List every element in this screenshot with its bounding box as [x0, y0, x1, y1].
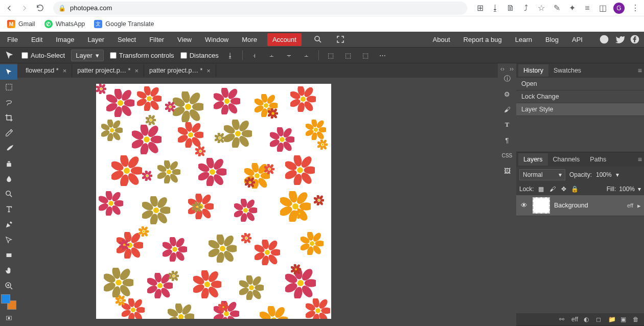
reload-button[interactable] [35, 3, 45, 13]
tab-patter-1[interactable]: patter project.p… *× [72, 64, 144, 77]
distribute-spacing-icon[interactable]: ⬚ [360, 50, 371, 61]
layer-row[interactable]: 👁 Background eff ▸ [516, 195, 644, 216]
menu-image[interactable]: Image [53, 34, 77, 45]
menu-filter[interactable]: Filter [146, 34, 167, 45]
canvas[interactable] [96, 84, 331, 319]
search-icon[interactable] [312, 33, 324, 45]
panel-menu-icon[interactable]: ≡ [638, 66, 642, 75]
more-align-icon[interactable]: ⋯ [377, 50, 388, 61]
pen-tool[interactable] [0, 217, 17, 232]
opacity-dropdown-icon[interactable]: ▾ [616, 171, 619, 178]
lock-transparency-icon[interactable]: ▦ [537, 185, 545, 193]
fullscreen-icon[interactable] [334, 33, 347, 45]
menu-layer[interactable]: Layer [85, 34, 108, 45]
reddit-icon[interactable] [599, 34, 609, 44]
sidepanel-icon[interactable]: ◫ [598, 4, 607, 13]
lock-position-icon[interactable]: ✥ [560, 185, 568, 193]
address-bar[interactable]: 🔒 photopea.com [53, 2, 467, 15]
delete-layer-icon[interactable]: 🗑 [633, 316, 640, 323]
tab-swatches[interactable]: Swatches [548, 64, 586, 77]
align-top-icon[interactable]: ⫠ [301, 50, 312, 61]
tab-history[interactable]: History [518, 64, 548, 77]
foreground-color[interactable] [1, 294, 10, 304]
tab-flower[interactable]: flower.psd *× [20, 64, 72, 77]
close-icon[interactable]: × [63, 67, 67, 75]
share-icon[interactable]: ⤴ [521, 4, 531, 13]
menu-window[interactable]: Window [202, 34, 232, 45]
lock-pixels-icon[interactable]: 🖌 [548, 185, 557, 193]
distribute-h-icon[interactable]: ⬚ [325, 50, 336, 61]
tab-layers[interactable]: Layers [518, 153, 548, 166]
menu-view[interactable]: View [174, 34, 195, 45]
forward-button[interactable] [19, 3, 30, 13]
path-select-tool[interactable] [0, 232, 17, 248]
paragraph-tab-icon[interactable]: ¶ [499, 133, 515, 147]
layer-group-dropdown[interactable]: Layer▾ [71, 50, 104, 61]
history-item-layerstyle[interactable]: Layer Style [516, 103, 644, 116]
marquee-tool[interactable] [0, 80, 17, 95]
menu-select[interactable]: Select [114, 34, 139, 45]
quickmask-tool[interactable] [0, 311, 17, 326]
tab-paths[interactable]: Paths [585, 153, 611, 166]
bookmark-gmail[interactable]: MGmail [7, 20, 35, 28]
download-icon[interactable]: ⭳ [491, 4, 500, 13]
link-api[interactable]: API [569, 34, 586, 45]
bookmark-whatsapp[interactable]: ✆WhatsApp [44, 20, 85, 28]
twitter-icon[interactable] [614, 34, 625, 44]
panel-menu-icon[interactable]: ≡ [638, 155, 642, 164]
blur-tool[interactable] [0, 171, 17, 187]
close-icon[interactable]: × [206, 67, 211, 75]
link-learn[interactable]: Learn [512, 34, 535, 45]
color-swatches[interactable] [1, 294, 16, 310]
align-center-h-icon[interactable]: ⫠ [266, 50, 278, 61]
layer-effects-badge[interactable]: eff [627, 202, 633, 208]
lasso-tool[interactable] [0, 95, 17, 110]
align-left-icon[interactable]: ⫞ [249, 50, 260, 61]
clone-tool[interactable] [0, 156, 17, 171]
distances-checkbox[interactable]: Distances [180, 52, 219, 59]
profile-avatar[interactable]: G [613, 3, 625, 14]
opacity-value[interactable]: 100% [596, 171, 612, 178]
layer-thumbnail[interactable] [533, 197, 550, 214]
new-folder-icon[interactable]: 📁 [608, 316, 615, 323]
crop-tool[interactable] [0, 110, 17, 126]
fill-value[interactable]: 100% [619, 185, 635, 193]
commit-icon[interactable]: ⭳ [225, 50, 236, 61]
tab-channels[interactable]: Channels [548, 153, 585, 166]
layer-effects-icon[interactable]: eff [571, 316, 579, 323]
adjust-tab-icon[interactable]: ⚙ [499, 87, 515, 101]
tab-patter-2[interactable]: patter project.p… *× [144, 64, 216, 77]
history-item-lockchange[interactable]: Lock Change [516, 90, 644, 103]
auto-select-checkbox[interactable]: Auto-Select [21, 52, 65, 59]
new-layer-icon[interactable]: ▣ [620, 316, 628, 323]
lock-all-icon[interactable]: 🔒 [571, 185, 579, 193]
menu-file[interactable]: File [4, 34, 21, 45]
link-report[interactable]: Report a bug [461, 34, 505, 45]
newtab-icon[interactable]: 🗎 [506, 4, 515, 13]
menu-account[interactable]: Account [267, 33, 302, 46]
bookmark-translate[interactable]: 文Google Translate [94, 20, 154, 28]
link-about[interactable]: About [430, 34, 453, 45]
zoom-tool[interactable] [0, 278, 17, 293]
adjustment-layer-icon[interactable]: ◐ [584, 316, 591, 323]
menu-edit[interactable]: Edit [28, 34, 45, 45]
expand-effects-icon[interactable]: ▸ [637, 202, 641, 209]
history-item-open[interactable]: Open [516, 78, 644, 90]
layer-name[interactable]: Background [554, 202, 623, 209]
brush-tool[interactable] [0, 141, 17, 156]
install-icon[interactable]: ⊞ [475, 4, 485, 13]
extensions-icon[interactable]: ✦ [567, 4, 577, 13]
link-blog[interactable]: Blog [542, 34, 562, 45]
dodge-tool[interactable] [0, 187, 17, 202]
kebab-menu-icon[interactable]: ⋮ [631, 4, 640, 13]
menu-more[interactable]: More [239, 34, 260, 45]
link-layers-icon[interactable]: ⚯ [559, 316, 566, 323]
fill-dropdown-icon[interactable]: ▾ [638, 185, 641, 193]
eyedropper-icon[interactable]: ✎ [552, 4, 561, 13]
css-tab-icon[interactable]: CSS [499, 148, 515, 162]
back-button[interactable] [4, 3, 14, 13]
close-icon[interactable]: × [134, 67, 139, 75]
shape-tool[interactable] [0, 248, 17, 263]
transform-controls-checkbox[interactable]: Transform controls [110, 52, 174, 59]
bookmark-icon[interactable]: ☆ [537, 4, 546, 13]
